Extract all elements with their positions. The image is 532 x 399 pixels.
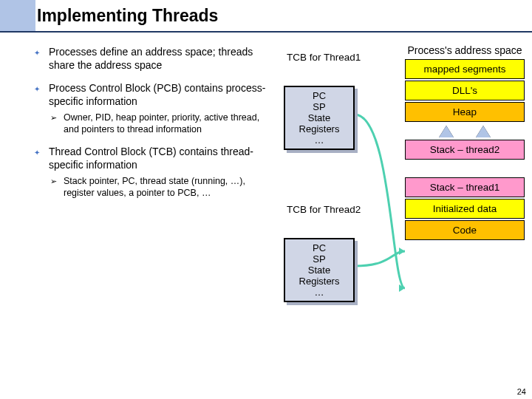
bullet-item: ✦ Process Control Block (PCB) contains p… [37, 82, 266, 135]
arrow-icon: ➢ [50, 177, 57, 187]
tcb-line: … [285, 134, 353, 146]
bullet-item: ✦ Thread Control Block (TCB) contains th… [37, 146, 266, 199]
bullet-content: ✦ Processes define an address space; thr… [37, 46, 266, 210]
svg-marker-1 [399, 248, 405, 255]
sub-bullet-text: Stack pointer, PC, thread state (running… [64, 176, 245, 198]
tcb-line: Registers [285, 276, 353, 287]
bullet-text: Thread Control Block (TCB) contains thre… [49, 146, 253, 171]
sub-bullet: ➢ Owner, PID, heap pointer, priority, ac… [49, 112, 266, 135]
tcb-line: SP [285, 253, 353, 265]
svg-marker-0 [399, 284, 405, 292]
bullet-text: Processes define an address space; threa… [49, 46, 253, 71]
mem-initialized-data: Initialized data [405, 199, 525, 219]
mem-code: Code [405, 220, 525, 240]
sub-bullet-text: Owner, PID, heap pointer, priority, acti… [64, 112, 259, 134]
star-icon: ✦ [34, 149, 40, 158]
sub-bullet: ➢ Stack pointer, PC, thread state (runni… [49, 176, 266, 199]
tcb-line: SP [285, 101, 353, 112]
gap-arrow [405, 161, 525, 177]
accent-band [0, 0, 35, 31]
arrow-icon: ➢ [50, 113, 57, 123]
page-title: Implementing Threads [37, 6, 218, 26]
mem-stack-thread1: Stack – thread1 [405, 177, 525, 197]
gap-arrow [405, 123, 525, 140]
up-arrow-icon [476, 126, 491, 137]
tcb-line: … [285, 287, 353, 298]
star-icon: ✦ [34, 85, 40, 95]
bullet-text: Process Control Block (PCB) contains pro… [49, 82, 265, 107]
tcb1-label: TCB for Thread1 [287, 52, 361, 63]
bullet-item: ✦ Processes define an address space; thr… [37, 46, 266, 72]
tcb-line: Registers [285, 123, 353, 134]
page-number: 24 [517, 387, 526, 396]
tcb1-box: PC SP State Registers … [284, 86, 355, 150]
tcb2-box: PC SP State Registers … [284, 238, 355, 302]
mem-stack-thread2: Stack – thread2 [405, 140, 525, 160]
star-icon: ✦ [34, 49, 40, 58]
diagram-area: TCB for Thread1 PC SP State Registers … … [281, 44, 525, 377]
up-arrow-icon [439, 126, 454, 137]
mem-heap: Heap [405, 102, 525, 122]
tcb-line: State [285, 112, 353, 123]
mem-dlls: DLL's [405, 81, 525, 100]
tcb2-label: TCB for Thread2 [287, 204, 361, 215]
title-rule [0, 31, 532, 33]
memory-column: Process's address space mapped segments … [405, 44, 525, 242]
tcb-line: PC [285, 242, 353, 253]
mem-mapped-segments: mapped segments [405, 59, 525, 79]
tcb-line: PC [285, 90, 353, 101]
memory-title: Process's address space [405, 44, 525, 56]
tcb-line: State [285, 265, 353, 276]
